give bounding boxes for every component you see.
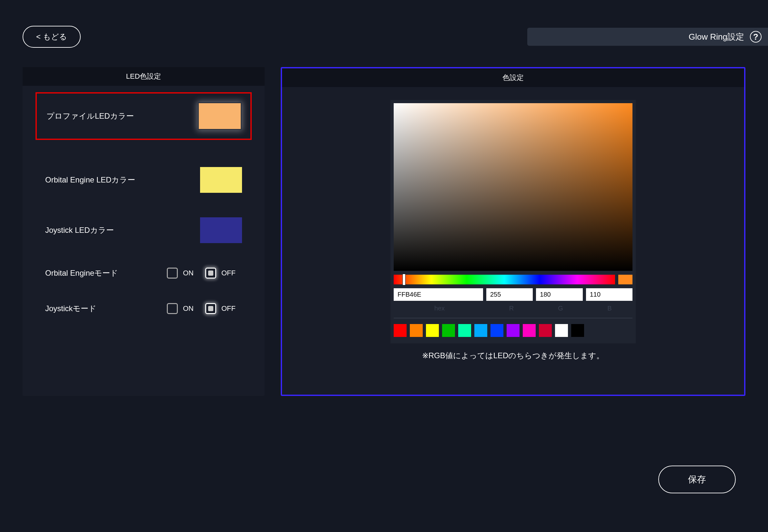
led-color-label: Joystick LEDカラー (45, 225, 200, 235)
on-radio[interactable] (167, 303, 178, 314)
led-color-row[interactable]: Joystick LEDカラー (35, 210, 252, 251)
preset-swatch[interactable] (507, 324, 519, 337)
color-swatch[interactable] (200, 217, 242, 243)
mode-row: JoystickモードONOFF (35, 295, 252, 322)
preset-swatch[interactable] (539, 324, 552, 337)
color-swatch[interactable] (200, 167, 242, 193)
preset-swatch[interactable] (410, 324, 423, 337)
g-input[interactable] (536, 288, 583, 301)
b-input[interactable] (586, 288, 633, 301)
page-title-bar: Glow Ring設定 ? (527, 28, 768, 46)
back-button[interactable]: < もどる (23, 26, 81, 48)
preset-swatch[interactable] (458, 324, 471, 337)
page-title: Glow Ring設定 (689, 31, 744, 43)
off-radio[interactable] (205, 268, 216, 279)
onoff-group: ONOFF (167, 303, 242, 314)
preset-swatch[interactable] (571, 324, 584, 337)
on-label: ON (183, 304, 194, 313)
field-labels: hex R G B (394, 305, 633, 312)
hue-slider[interactable] (394, 275, 615, 284)
on-label: ON (183, 269, 194, 277)
led-color-label: Orbital Engine LEDカラー (45, 175, 200, 185)
sv-gradient-area[interactable] (394, 103, 633, 271)
color-picker: hex R G B (390, 100, 636, 343)
mode-row: Orbital EngineモードONOFF (35, 260, 252, 286)
preset-swatch[interactable] (394, 324, 407, 337)
color-swatch[interactable] (199, 103, 241, 129)
off-label: OFF (222, 269, 236, 277)
led-color-label: プロファイルLEDカラー (46, 111, 199, 121)
divider (394, 318, 633, 318)
hue-thumb[interactable] (402, 274, 406, 285)
hex-input[interactable] (394, 288, 483, 301)
current-hue-swatch (618, 275, 633, 284)
off-label: OFF (222, 304, 236, 313)
off-radio[interactable] (205, 303, 216, 314)
led-settings-panel: LED色設定 プロファイルLEDカラーOrbital Engine LEDカラー… (23, 67, 265, 396)
preset-swatch[interactable] (426, 324, 439, 337)
led-color-row[interactable]: プロファイルLEDカラー (35, 92, 252, 140)
flicker-note: ※RGB値によってはLEDのちらつきが発生します。 (422, 350, 605, 361)
led-settings-header: LED色設定 (23, 67, 265, 86)
preset-swatch[interactable] (490, 324, 503, 337)
color-settings-header: 色設定 (282, 68, 744, 87)
preset-swatch[interactable] (442, 324, 455, 337)
preset-swatch[interactable] (474, 324, 487, 337)
preset-swatch[interactable] (523, 324, 536, 337)
save-button[interactable]: 保存 (658, 466, 736, 493)
preset-swatch[interactable] (555, 324, 568, 337)
on-radio[interactable] (167, 268, 178, 279)
onoff-group: ONOFF (167, 268, 242, 279)
mode-label: Orbital Engineモード (45, 268, 135, 278)
preset-swatch-row (394, 324, 633, 337)
color-settings-panel: 色設定 (281, 67, 745, 396)
mode-label: Joystickモード (45, 303, 135, 313)
help-icon[interactable]: ? (750, 31, 762, 43)
r-input[interactable] (486, 288, 533, 301)
led-color-row[interactable]: Orbital Engine LEDカラー (35, 159, 252, 201)
